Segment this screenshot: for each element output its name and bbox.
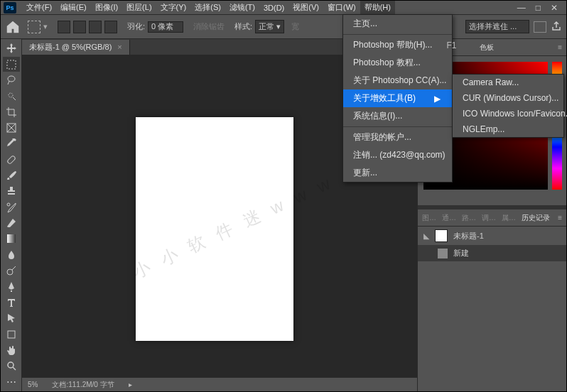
plugin-nglemp[interactable]: NGLEmp...: [453, 121, 563, 137]
panel-menu-icon[interactable]: ≡: [558, 43, 562, 51]
dodge-tool[interactable]: [3, 263, 20, 278]
menu-filter[interactable]: 滤镜(T): [225, 1, 259, 14]
new-doc-icon: [438, 249, 448, 258]
tab-close-icon[interactable]: ×: [117, 43, 122, 51]
quick-select-tool[interactable]: [3, 89, 20, 103]
adjustments-tab[interactable]: 调…: [482, 213, 496, 223]
antialias-label: 消除锯齿: [193, 21, 225, 32]
hand-tool[interactable]: [3, 343, 20, 357]
document-tab-title: 未标题-1 @ 5%(RGB/8): [29, 42, 112, 53]
properties-tab[interactable]: 属…: [502, 213, 516, 223]
marquee-tool[interactable]: [3, 57, 20, 71]
eraser-tool[interactable]: [3, 216, 20, 230]
menu-layer[interactable]: 图层(L): [122, 1, 156, 14]
share-icon[interactable]: [551, 21, 562, 33]
menu-window[interactable]: 窗口(W): [323, 1, 360, 14]
plugin-cur[interactable]: CUR (Windows Cursor)...: [453, 90, 563, 106]
panel-toggle-icon[interactable]: [534, 21, 546, 33]
feather-input[interactable]: [148, 21, 183, 33]
history-snapshot[interactable]: ◣ 未标题-1: [418, 227, 566, 245]
help-photoshop-help[interactable]: Photoshop 帮助(H)...F1: [343, 36, 452, 54]
lasso-tool[interactable]: [3, 73, 20, 87]
marquee-preset-icon[interactable]: [28, 21, 40, 33]
gradient-tool[interactable]: [3, 232, 20, 246]
help-dropdown: 主页... Photoshop 帮助(H)...F1 Photoshop 教程.…: [342, 14, 453, 183]
help-about[interactable]: 关于 Photoshop CC(A)...: [343, 72, 452, 89]
home-icon[interactable]: [5, 20, 21, 34]
selection-add-icon[interactable]: [73, 21, 86, 33]
svg-point-9: [8, 362, 14, 368]
submenu-arrow-icon: ▶: [420, 94, 441, 104]
help-updates[interactable]: 更新...: [343, 164, 452, 182]
plugin-ico[interactable]: ICO Windows Icon/Favicon...: [453, 106, 563, 121]
maximize-button[interactable]: □: [536, 3, 541, 13]
brush-tool[interactable]: [3, 168, 20, 183]
zoom-value[interactable]: 5%: [28, 381, 38, 388]
style-select[interactable]: 正常 ▾: [255, 20, 284, 33]
history-step[interactable]: 新建: [418, 245, 566, 261]
tools-panel: ⋯: [1, 39, 22, 391]
plugin-camera-raw[interactable]: Camera Raw...: [453, 75, 563, 90]
menu-select[interactable]: 选择(S): [190, 1, 225, 14]
snapshot-brush-icon: ◣: [423, 232, 429, 241]
channels-tab[interactable]: 通…: [442, 213, 456, 223]
minimize-button[interactable]: —: [517, 3, 526, 13]
more-tools-icon[interactable]: ⋯: [3, 375, 20, 389]
move-tool[interactable]: [3, 41, 20, 55]
canvas[interactable]: [136, 117, 293, 341]
eyedropper-tool[interactable]: [3, 136, 20, 151]
path-select-tool[interactable]: [3, 311, 20, 325]
menu-image[interactable]: 图像(I): [91, 1, 122, 14]
document-info: 文档:111.2M/0 字节: [52, 380, 114, 390]
svg-rect-8: [8, 331, 15, 338]
menu-3d[interactable]: 3D(D): [259, 2, 288, 13]
close-button[interactable]: ✕: [551, 3, 558, 13]
help-about-plugins[interactable]: 关于增效工具(B)▶: [343, 89, 452, 107]
type-tool[interactable]: [3, 295, 20, 310]
stamp-tool[interactable]: [3, 184, 20, 198]
svg-rect-0: [7, 60, 16, 69]
menu-view[interactable]: 视图(V): [288, 1, 323, 14]
dropdown-caret-icon[interactable]: ▾: [43, 22, 48, 31]
svg-rect-6: [7, 234, 16, 243]
svg-point-7: [7, 269, 13, 275]
pen-tool[interactable]: [3, 279, 20, 293]
shape-tool[interactable]: [3, 327, 20, 341]
menu-type[interactable]: 文字(Y): [156, 1, 191, 14]
document-tab[interactable]: 未标题-1 @ 5%(RGB/8) ×: [22, 40, 130, 55]
selection-intersect-icon[interactable]: [104, 21, 117, 33]
zoom-tool[interactable]: [3, 359, 20, 373]
help-tutorials[interactable]: Photoshop 教程...: [343, 54, 452, 72]
swatches-tab[interactable]: 色板: [480, 43, 494, 53]
svg-point-1: [8, 76, 15, 82]
selection-subtract-icon[interactable]: [89, 21, 102, 33]
feather-label: 羽化:: [127, 21, 145, 32]
selection-new-icon[interactable]: [58, 21, 70, 33]
menu-help[interactable]: 帮助(H): [360, 1, 395, 14]
panel-menu-icon[interactable]: ≡: [558, 214, 562, 222]
history-brush-tool[interactable]: [3, 200, 20, 214]
app-logo: Ps: [4, 2, 16, 13]
paths-tab[interactable]: 路…: [462, 213, 476, 223]
frame-tool[interactable]: [3, 121, 20, 135]
help-manage-account[interactable]: 管理我的帐户...: [343, 129, 452, 146]
layers-tab[interactable]: 图…: [422, 213, 436, 223]
history-step-label: 新建: [453, 248, 469, 258]
options-bar: ▾ 羽化: 消除锯齿 样式: 正常 ▾ 宽 选择并遮住 ...: [1, 15, 566, 39]
svg-point-5: [7, 203, 10, 206]
heal-tool[interactable]: [3, 153, 20, 167]
width-label: 宽: [291, 21, 299, 32]
svg-rect-4: [6, 155, 16, 164]
menu-edit[interactable]: 编辑(E): [56, 1, 91, 14]
snapshot-thumb: [435, 229, 448, 242]
help-home[interactable]: 主页...: [343, 15, 452, 33]
help-signout[interactable]: 注销... (zd423@qq.com): [343, 146, 452, 164]
blur-tool[interactable]: [3, 248, 20, 262]
status-bar: 5% 文档:111.2M/0 字节 ▸: [22, 377, 417, 391]
crop-tool[interactable]: [3, 104, 20, 119]
status-caret-icon[interactable]: ▸: [129, 381, 132, 388]
select-and-mask-button[interactable]: 选择并遮住 ...: [465, 20, 529, 33]
menu-file[interactable]: 文件(F): [22, 1, 56, 14]
help-system-info[interactable]: 系统信息(I)...: [343, 107, 452, 125]
history-tab[interactable]: 历史记录: [522, 213, 550, 223]
